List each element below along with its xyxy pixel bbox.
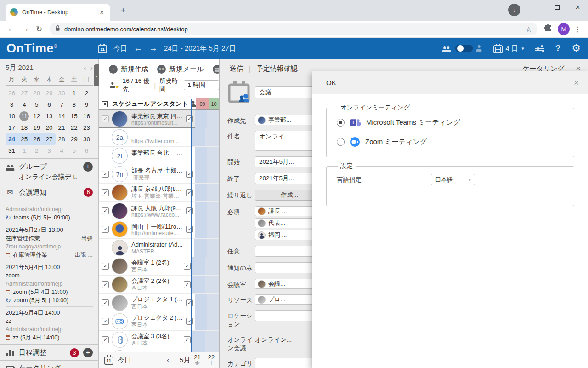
window-maximize-button[interactable]: [547, 0, 567, 15]
calendar-day[interactable]: 10: [6, 110, 18, 122]
add-group-button[interactable]: +: [83, 162, 93, 172]
attendee-row[interactable]: ✓7n部長 名古屋 七郎(7r...-開発部✓: [99, 165, 219, 184]
browser-profile-avatar[interactable]: M: [558, 23, 570, 35]
select-all-icon[interactable]: [102, 101, 108, 107]
toolbar-plus-button[interactable]: +新規作成: [109, 65, 148, 74]
notification-item[interactable]: zz (5月 4日 14:00): [6, 334, 93, 341]
attendee-checkbox-left[interactable]: ✓: [102, 207, 109, 214]
confirm-schedule-button[interactable]: 予定情報確認: [256, 64, 298, 73]
calendar-day[interactable]: 20: [43, 122, 55, 133]
radio-selected[interactable]: [337, 119, 345, 126]
calendar-day[interactable]: 2: [30, 145, 43, 156]
calendar-day[interactable]: 30: [56, 87, 68, 99]
attendee-checkbox-right[interactable]: ✓: [184, 263, 191, 270]
attendee-row[interactable]: 2ahttps://twitter.com...: [99, 128, 219, 147]
attendee-row[interactable]: ✓事業部長 東京 四郎(...https://ontimesuit...✓: [99, 110, 219, 128]
browser-menu-icon[interactable]: ⋮: [572, 25, 583, 34]
calendar-day[interactable]: 5: [68, 145, 80, 156]
attendee-row[interactable]: ✓プロジェクタ 1 (備...西日本✓: [99, 294, 219, 312]
meeting-option-teams[interactable]: TMicrosoft Teams ミーティング: [337, 113, 564, 132]
address-bar[interactable]: domino.ontimedemo.com/calendar.nsf/deskt…: [50, 23, 537, 35]
calendar-day[interactable]: 29: [43, 87, 55, 99]
attendee-row[interactable]: ✓会議室 1 (2名)西日本✓: [99, 257, 219, 276]
view-toggle-switch[interactable]: [455, 45, 473, 52]
send-button[interactable]: 送信: [230, 64, 243, 73]
meeting-option-zoom[interactable]: Zoom ミーティング: [337, 132, 564, 151]
window-minimize-button[interactable]: –: [526, 0, 547, 15]
calendar-day[interactable]: 8: [68, 99, 80, 110]
notification-item[interactable]: ↻teams (5月 5日 09:00): [6, 214, 93, 221]
ok-button[interactable]: OK: [326, 79, 336, 86]
attendee-checkbox-left[interactable]: ✓: [102, 226, 109, 233]
calendar-day[interactable]: 24: [6, 133, 18, 145]
calendar-day[interactable]: 6: [43, 99, 55, 110]
attendee-row[interactable]: ✓会議室 2 (2名)西日本✓: [99, 276, 219, 294]
attendee-row[interactable]: 2t事業部長 台北 二十...-: [99, 147, 219, 165]
radio-unselected[interactable]: [337, 138, 345, 146]
help-icon[interactable]: ?: [555, 43, 561, 53]
calendar-day[interactable]: 1: [68, 87, 80, 99]
today-button[interactable]: 今日: [113, 44, 127, 53]
groups-label[interactable]: グループ: [19, 162, 47, 171]
attendee-checkbox-left[interactable]: ✓: [102, 189, 109, 196]
calendar-day[interactable]: 6: [80, 145, 93, 156]
attendee-row[interactable]: ✓課長 大阪 九郎(9rou...https://www.faceb...✓: [99, 202, 219, 220]
attendee-checkbox-right[interactable]: ✓: [184, 281, 191, 288]
attendee-checkbox-left[interactable]: ✓: [102, 318, 109, 325]
attendee-checkbox-left[interactable]: ✓: [102, 299, 109, 306]
catering-label[interactable]: ケータリング: [19, 364, 61, 368]
attendee-row[interactable]: ✓プロジェクタ 2 (備...西日本✓: [99, 312, 219, 331]
calendar-day[interactable]: 16: [80, 110, 93, 122]
attendee-checkbox-left[interactable]: ✓: [102, 281, 109, 288]
window-close-button[interactable]: ×: [567, 0, 588, 15]
attendee-row[interactable]: ✓課長 京都 八郎(8rou...埼玉-営業部-営業１課✓: [99, 184, 219, 202]
attendee-checkbox-left[interactable]: ✓: [102, 263, 109, 270]
footer-day[interactable]: 21金: [191, 352, 204, 368]
footer-today-button[interactable]: 今日: [118, 356, 131, 365]
notification-item[interactable]: ↻zoom (5月 5日 10:00): [6, 297, 93, 304]
calendar-day[interactable]: 28: [56, 133, 68, 145]
browser-back-icon[interactable]: ←: [5, 24, 18, 34]
calendar-day[interactable]: 28: [30, 87, 43, 99]
calendar-day[interactable]: 23: [80, 122, 93, 133]
calendar-day[interactable]: 25: [18, 133, 30, 145]
calendar-day[interactable]: 18: [18, 122, 30, 133]
downloads-icon[interactable]: ↓: [508, 4, 520, 16]
calendar-day[interactable]: 29: [68, 133, 80, 145]
dialog-close-icon[interactable]: ×: [574, 78, 579, 88]
calendar-day[interactable]: 14: [56, 110, 68, 122]
toolbar-doc-button[interactable]: ▤PDF: [213, 65, 219, 74]
notifications-label[interactable]: 会議通知: [19, 188, 46, 197]
prev-period-icon[interactable]: ←: [134, 43, 142, 53]
calendar-day[interactable]: 3: [43, 145, 55, 156]
calendar-day[interactable]: 4: [18, 99, 30, 110]
calendar-day[interactable]: 15: [68, 110, 80, 122]
today-calendar-icon[interactable]: 11: [98, 45, 107, 53]
calendar-day[interactable]: 3: [6, 99, 18, 110]
toolbar-mail-button[interactable]: ✉新規メール: [157, 65, 204, 74]
mini-calendar-prev-icon[interactable]: ‹: [84, 64, 86, 72]
display-options-icon[interactable]: [535, 45, 544, 52]
browser-tab[interactable]: OnTime - Desktop ×: [6, 4, 110, 21]
footer-day[interactable]: 22土: [204, 352, 219, 368]
duration-input[interactable]: 1 時間: [184, 80, 219, 90]
browser-reload-icon[interactable]: ↻: [32, 24, 46, 34]
next-period-icon[interactable]: →: [149, 43, 158, 53]
attendee-row[interactable]: ✓会議室 3 (3名)西日本✓: [99, 331, 219, 349]
bookmark-star-icon[interactable]: ☆: [526, 25, 532, 34]
add-schedule-poll-button[interactable]: +: [83, 348, 93, 357]
calendar-day[interactable]: 1: [18, 145, 30, 156]
calendar-day[interactable]: 5: [30, 99, 43, 110]
footer-today-icon[interactable]: 11: [104, 356, 113, 365]
browser-forward-icon[interactable]: →: [18, 24, 32, 34]
schedule-poll-label[interactable]: 日程調整: [19, 348, 46, 357]
extensions-icon[interactable]: [541, 24, 555, 34]
tab-close-icon[interactable]: ×: [98, 7, 106, 17]
calendar-day[interactable]: 26: [6, 87, 18, 99]
group-person-toggle[interactable]: [442, 45, 482, 52]
calendar-day[interactable]: 27: [18, 87, 30, 99]
notification-item[interactable]: 在庫管理作業出張 ...: [6, 251, 93, 259]
settings-gear-icon[interactable]: ⚙: [571, 42, 581, 54]
calendar-day[interactable]: 13: [43, 110, 55, 122]
attendee-row[interactable]: Administrator (Ad...MASTER-: [99, 239, 219, 257]
